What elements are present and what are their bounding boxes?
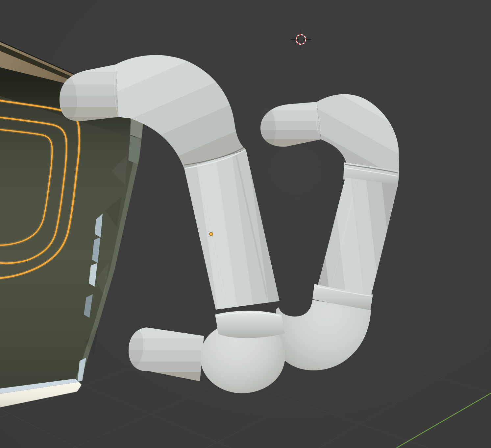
viewport-canvas[interactable]: [0, 0, 491, 448]
origin-point: [209, 232, 213, 236]
origin-dot: [209, 232, 213, 236]
viewport-3d[interactable]: [0, 0, 491, 448]
